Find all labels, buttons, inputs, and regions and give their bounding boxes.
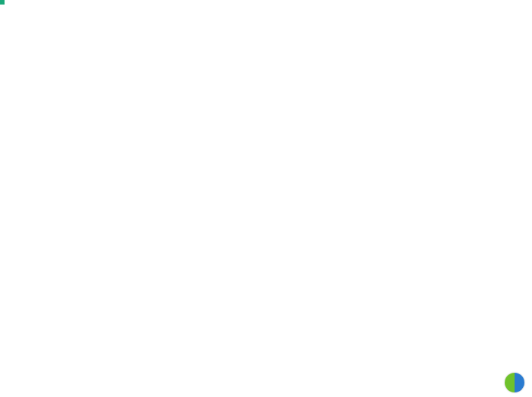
- watermark-logo-icon: [505, 373, 524, 392]
- active-cell-border: [0, 0, 3, 3]
- fill-handle[interactable]: [0, 0, 5, 5]
- watermark: [505, 373, 527, 392]
